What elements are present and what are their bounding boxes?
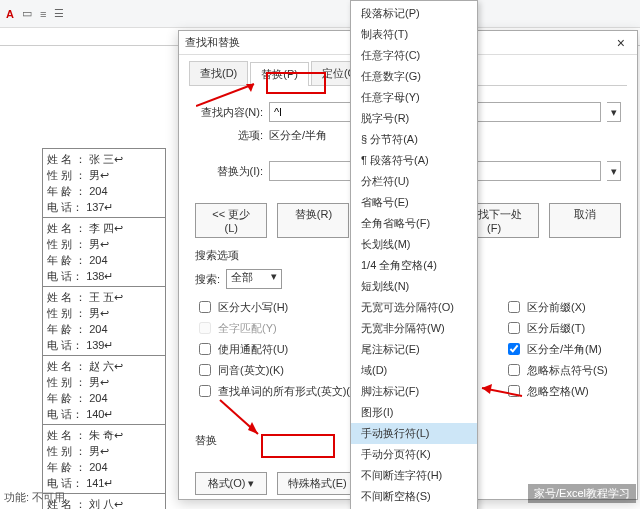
list-icon[interactable]: ☰	[54, 7, 64, 20]
menu-item[interactable]: 不间断空格(S)	[351, 486, 477, 507]
less-button[interactable]: << 更少(L)	[195, 203, 267, 238]
find-dropdown-icon[interactable]: ▾	[607, 102, 621, 122]
search-scope-select[interactable]: 全部▾	[226, 269, 282, 289]
align-icon[interactable]: ≡	[40, 8, 46, 20]
checks-left: 区分大小写(H) 全字匹配(Y) 使用通配符(U) 同音(英文)(K) 查找单词…	[195, 295, 364, 403]
table-row: 姓 名 ： 朱 奇↩ 性 别 ： 男↩ 年 龄 ： 204 电 话： 141↵	[43, 425, 165, 494]
menu-item[interactable]: 短划线(N)	[351, 276, 477, 297]
watermark: 家号/Excel教程学习	[528, 484, 636, 503]
menu-item[interactable]: 不间断连字符(H)	[351, 465, 477, 486]
menu-item[interactable]: 1/4 全角空格(4)	[351, 255, 477, 276]
menu-item[interactable]: 制表符(T)	[351, 24, 477, 45]
menu-item[interactable]: 分栏符(U)	[351, 171, 477, 192]
close-icon[interactable]: ×	[611, 35, 631, 51]
menu-item[interactable]: 图形(I)	[351, 402, 477, 423]
replace-label: 替换为(I):	[195, 164, 263, 179]
menu-item[interactable]: 无宽非分隔符(W)	[351, 318, 477, 339]
menu-item[interactable]: 任意字符(C)	[351, 45, 477, 66]
document-table: 姓 名 ： 张 三↩ 性 别 ： 男↩ 年 龄 ： 204 电 话： 137↵ …	[42, 148, 166, 509]
highlight-icon[interactable]: ▭	[22, 7, 32, 20]
table-row: 姓 名 ： 赵 六↩ 性 别 ： 男↩ 年 龄 ： 204 电 话： 140↵	[43, 356, 165, 425]
chk-prefix[interactable]	[508, 301, 520, 313]
menu-item[interactable]: 段落标记(P)	[351, 3, 477, 24]
format-button[interactable]: 格式(O) ▾	[195, 472, 267, 495]
annotation-arrow-1	[196, 82, 266, 112]
special-format-menu: 段落标记(P)制表符(T)任意字符(C)任意数字(G)任意字母(Y)脱字号(R)…	[350, 0, 478, 509]
chk-ignore-punct[interactable]	[508, 364, 520, 376]
search-scope-label: 搜索:	[195, 272, 220, 287]
options-label: 选项:	[195, 128, 263, 143]
chk-wildcards[interactable]	[199, 343, 211, 355]
menu-item[interactable]: 手动换行符(L)	[351, 423, 477, 444]
menu-item[interactable]: 全角省略号(F)	[351, 213, 477, 234]
chk-suffix[interactable]	[508, 322, 520, 334]
options-value: 区分全/半角	[269, 128, 327, 143]
menu-item[interactable]: 任意数字(G)	[351, 66, 477, 87]
menu-item[interactable]: 脱字号(R)	[351, 108, 477, 129]
chk-all-forms[interactable]	[199, 385, 211, 397]
app-toolbar: A ▭ ≡ ☰	[0, 0, 640, 28]
menu-item[interactable]: 手动分页符(K)	[351, 444, 477, 465]
svg-marker-5	[482, 384, 492, 394]
svg-line-0	[196, 84, 254, 106]
replace-dropdown-icon[interactable]: ▾	[607, 161, 621, 181]
status-bar: 功能: 不可用	[4, 490, 65, 505]
menu-item[interactable]: 脚注标记(F)	[351, 381, 477, 402]
menu-item[interactable]: 长划线(M)	[351, 234, 477, 255]
table-row: 姓 名 ： 王 五↩ 性 别 ： 男↩ 年 龄 ： 204 电 话： 139↵	[43, 287, 165, 356]
menu-item[interactable]: 域(D)	[351, 360, 477, 381]
svg-marker-3	[248, 422, 258, 434]
menu-item[interactable]: ¶ 段落符号(A)	[351, 150, 477, 171]
menu-item[interactable]: § 分节符(A)	[351, 129, 477, 150]
replace-button[interactable]: 替换(R)	[277, 203, 349, 238]
menu-item[interactable]: 尾注标记(E)	[351, 339, 477, 360]
menu-item[interactable]: 省略号(E)	[351, 192, 477, 213]
menu-item[interactable]: 任意字母(Y)	[351, 87, 477, 108]
menu-item[interactable]: 无宽可选分隔符(O)	[351, 297, 477, 318]
table-row: 姓 名 ： 张 三↩ 性 别 ： 男↩ 年 龄 ： 204 电 话： 137↵	[43, 149, 165, 218]
svg-marker-1	[246, 84, 254, 92]
chk-case[interactable]	[199, 301, 211, 313]
annotation-arrow-2	[218, 398, 268, 440]
font-color-icon[interactable]: A	[6, 8, 14, 20]
chk-fullwidth[interactable]	[508, 343, 520, 355]
chk-whole-word	[199, 322, 211, 334]
dialog-title: 查找和替换	[185, 35, 240, 50]
annotation-arrow-3	[478, 382, 524, 402]
chk-sounds-like[interactable]	[199, 364, 211, 376]
table-row: 姓 名 ： 李 四↩ 性 别 ： 男↩ 年 龄 ： 204 电 话： 138↵	[43, 218, 165, 287]
cancel-button[interactable]: 取消	[549, 203, 621, 238]
